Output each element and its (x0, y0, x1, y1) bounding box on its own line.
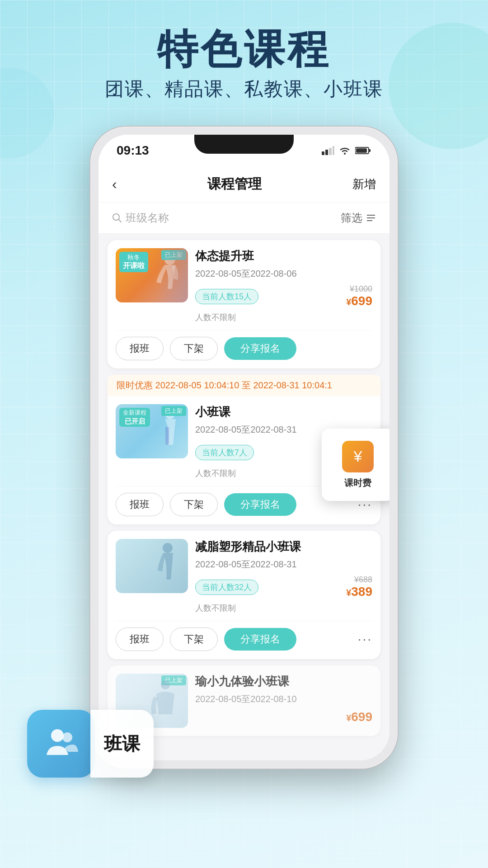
battery-icon (355, 146, 371, 155)
nav-bar: ‹ 课程管理 新增 (99, 166, 389, 203)
share-button-2[interactable]: 分享报名 (224, 493, 296, 516)
course-info-4: 瑜小九体验小班课 2022-08-05至2022-08-10 ¥699 (195, 674, 372, 728)
svg-point-17 (161, 680, 170, 689)
course-meta-3: 当前人数32人 ¥688 ¥389 (195, 575, 372, 599)
course-meta-4: ¥699 (195, 710, 372, 724)
notch (194, 135, 294, 154)
promo-banner-2: 限时优惠 2022-08-05 10:04:10 至 2022-08-31 10… (108, 375, 380, 396)
phone-wrapper: 09:13 (90, 127, 398, 769)
app-content: ‹ 课程管理 新增 班级名称 筛选 (99, 166, 389, 760)
course-date-3: 2022-08-05至2022-08-31 (195, 558, 372, 571)
phone-screen: 09:13 (99, 135, 389, 760)
unshelf-button-3[interactable]: 下架 (170, 627, 218, 651)
course-name-4: 瑜小九体验小班课 (195, 674, 372, 689)
more-button-3[interactable]: ··· (358, 632, 372, 646)
people-tag-1: 当前人数15人 (195, 289, 258, 304)
share-button-3[interactable]: 分享报名 (224, 628, 296, 651)
nav-title: 课程管理 (207, 175, 262, 193)
thumb-figure-1 (138, 248, 183, 302)
bottom-icon (27, 710, 95, 778)
share-button-1[interactable]: 分享报名 (224, 337, 296, 360)
filter-wrap[interactable]: 筛选 (341, 211, 376, 225)
course-info-1: 体态提升班 2022-08-05至2022-08-06 当前人数15人 ¥100… (195, 248, 372, 323)
user-group-icon (43, 726, 79, 762)
bottom-class-label: 班课 (90, 710, 154, 778)
svg-rect-1 (325, 150, 328, 155)
unshelf-button-2[interactable]: 下架 (170, 493, 218, 516)
price-current-1: ¥699 (346, 294, 372, 308)
course-item-1: 秋冬 开课啦 (108, 240, 380, 368)
new-action-button[interactable]: 新增 (352, 176, 376, 192)
svg-rect-3 (333, 146, 334, 155)
price-current-3: ¥389 (346, 585, 372, 599)
svg-rect-6 (369, 149, 371, 152)
course-thumb-1: 秋冬 开课啦 (116, 248, 188, 302)
course-date-1: 2022-08-05至2022-08-06 (195, 268, 372, 280)
phone-frame: 09:13 (90, 127, 398, 769)
course-date-4: 2022-08-05至2022-08-10 (195, 693, 372, 705)
bottom-class-section: 班课 (27, 710, 154, 778)
unshelf-button-1[interactable]: 下架 (170, 337, 218, 360)
course-main-4: 已上架 瑜小九体验小班课 2022-08-05至2022- (116, 674, 372, 728)
course-actions-3: 报班 下架 分享报名 ··· (116, 621, 372, 651)
header-section: 特色课程 团课、精品课、私教课、小班课 (0, 27, 488, 102)
course-price-3: ¥688 ¥389 (346, 575, 372, 599)
svg-rect-0 (322, 151, 324, 155)
svg-rect-2 (329, 148, 332, 155)
svg-point-13 (164, 254, 175, 265)
course-item-3-inner: 减脂塑形精品小班课 2022-08-05至2022-08-31 当前人数32人 … (108, 531, 380, 659)
limit-text-1: 人数不限制 (195, 312, 372, 323)
search-placeholder: 班级名称 (126, 211, 169, 225)
status-icons (322, 146, 371, 155)
course-thumb-3 (116, 539, 188, 593)
floating-card-class-fee[interactable]: ¥ 课时费 (322, 429, 389, 501)
course-main-3: 减脂塑形精品小班课 2022-08-05至2022-08-31 当前人数32人 … (116, 539, 372, 613)
course-name-3: 减脂塑形精品小班课 (195, 539, 372, 555)
course-price-1: ¥1000 ¥699 (346, 284, 372, 308)
svg-point-16 (163, 543, 173, 553)
shelf-badge-2: 已上架 (161, 406, 186, 416)
search-icon (112, 213, 122, 223)
class-fee-icon: ¥ (342, 441, 374, 472)
course-item-3: 减脂塑形精品小班课 2022-08-05至2022-08-31 当前人数32人 … (108, 531, 380, 659)
header-subtitle: 团课、精品课、私教课、小班课 (0, 76, 488, 102)
svg-point-28 (62, 732, 72, 742)
people-tag-2: 当前人数7人 (195, 445, 254, 460)
course-info-3: 减脂塑形精品小班课 2022-08-05至2022-08-31 当前人数32人 … (195, 539, 372, 613)
limit-text-3: 人数不限制 (195, 603, 372, 613)
status-time: 09:13 (117, 143, 149, 158)
shelf-badge-1: 已上架 (161, 250, 186, 260)
svg-line-9 (118, 219, 121, 222)
course-actions-1: 报班 下架 分享报名 (116, 330, 372, 360)
course-thumb-2: 全新课程 已开启 已上架 (116, 404, 188, 458)
header-title: 特色课程 (0, 27, 488, 72)
course-main-1: 秋冬 开课啦 (116, 248, 372, 323)
enroll-button-1[interactable]: 报班 (116, 337, 164, 360)
filter-label: 筛选 (341, 211, 362, 225)
back-button[interactable]: ‹ (112, 176, 117, 193)
price-original-3: ¥688 (346, 575, 372, 585)
price-original-1: ¥1000 (346, 284, 372, 294)
course-name-2: 小班课 (195, 404, 372, 420)
signal-icon (322, 146, 334, 155)
people-tag-3: 当前人数32人 (195, 580, 258, 595)
class-fee-label: 课时费 (344, 477, 371, 489)
course-item-1-inner: 秋冬 开课啦 (108, 240, 380, 368)
search-bar: 班级名称 筛选 (99, 203, 389, 234)
course-price-4: ¥699 (346, 710, 372, 724)
search-input-wrap[interactable]: 班级名称 (112, 211, 169, 225)
svg-rect-15 (165, 427, 169, 445)
course-name-1: 体态提升班 (195, 248, 372, 264)
price-current-4: ¥699 (346, 710, 372, 724)
svg-rect-7 (356, 148, 367, 153)
enroll-button-3[interactable]: 报班 (116, 627, 164, 651)
thumb-figure-3 (141, 539, 186, 593)
filter-icon (366, 214, 376, 222)
svg-point-4 (344, 153, 346, 155)
course-meta-1: 当前人数15人 ¥1000 ¥699 (195, 284, 372, 308)
enroll-button-2[interactable]: 报班 (116, 493, 164, 516)
svg-point-27 (51, 729, 64, 742)
wifi-icon (339, 146, 351, 155)
